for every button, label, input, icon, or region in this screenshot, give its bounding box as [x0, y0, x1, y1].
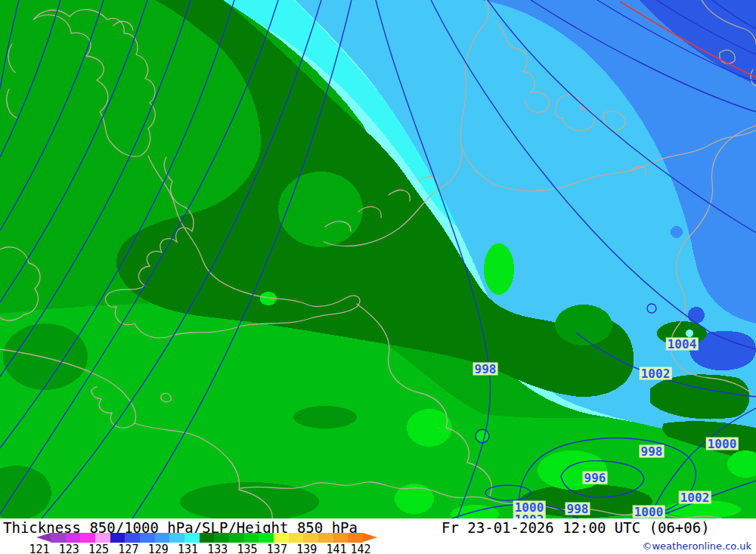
colorbar-cell [51, 533, 66, 543]
colorbar-cell [66, 533, 81, 543]
colorbar-cell [95, 533, 110, 543]
colorbar-tick-label: 141 [326, 543, 346, 554]
colorbar-cell [200, 533, 215, 543]
colorbar-tick-label: 123 [59, 543, 79, 554]
colorbar-cell [155, 533, 170, 543]
colorbar-left-arrow-icon [36, 533, 51, 542]
colorbar-tick-label: 127 [118, 543, 138, 554]
colorbar-tick-label: 135 [237, 543, 258, 554]
pressure-label: 998 [473, 363, 498, 376]
copyright-link[interactable]: ©weatheronline.co.uk [642, 540, 751, 552]
colorbar-cell [169, 533, 184, 543]
pressure-label: 1002 [513, 513, 546, 519]
colorbar-cell [125, 533, 140, 543]
colorbar-tick-label: 131 [178, 543, 198, 554]
thickness-map-svg [0, 0, 756, 518]
colorbar-cell [140, 533, 155, 543]
colorbar-tick-label: 121 [29, 543, 49, 554]
colorbar-cells [51, 533, 363, 543]
colorbar-cell [318, 533, 333, 543]
colorbar-tick-label: 137 [267, 543, 287, 554]
weather-map-page: 9981004100299810009961002100010029981000… [0, 0, 756, 554]
colorbar-cell [110, 533, 125, 543]
colorbar-right-arrow-icon [363, 533, 377, 542]
pressure-label: 998 [640, 445, 665, 458]
colorbar-tick-label: 142 [350, 543, 370, 554]
pressure-label: 1000 [706, 438, 739, 450]
pressure-label: 1000 [633, 506, 665, 518]
legend-bar: Thickness 850/1000 hPa/SLP/Height 850 hP… [0, 518, 756, 554]
colorbar-cell [259, 533, 274, 543]
colorbar-tick-label: 129 [148, 543, 169, 554]
colorbar-cell [274, 533, 289, 543]
colorbar-cell [80, 533, 95, 543]
thickness-fill-layer [0, 0, 756, 518]
colorbar-cell [244, 533, 259, 543]
colorbar-tick-label: 133 [207, 543, 228, 554]
colorbar-cell [229, 533, 244, 543]
colorbar-tick-label: 139 [296, 543, 317, 554]
pressure-label: 1002 [679, 491, 711, 504]
colorbar-tick-label: 125 [88, 543, 109, 554]
colorbar-cell [303, 533, 318, 543]
pressure-label: 998 [565, 503, 590, 515]
pressure-label: 996 [583, 472, 608, 484]
colorbar-cell [214, 533, 229, 543]
colorbar-cell [184, 533, 200, 543]
colorbar-cell [289, 533, 304, 543]
map-canvas: 9981004100299810009961002100010029981000 [0, 0, 756, 518]
colorbar-cell [348, 533, 363, 543]
pressure-label: 1002 [640, 367, 672, 380]
thickness-colorbar [36, 533, 377, 543]
colorbar-cell [333, 533, 349, 543]
datetime-label: Fr 23-01-2026 12:00 UTC (06+06) [442, 519, 710, 536]
pressure-label: 1004 [666, 338, 699, 351]
